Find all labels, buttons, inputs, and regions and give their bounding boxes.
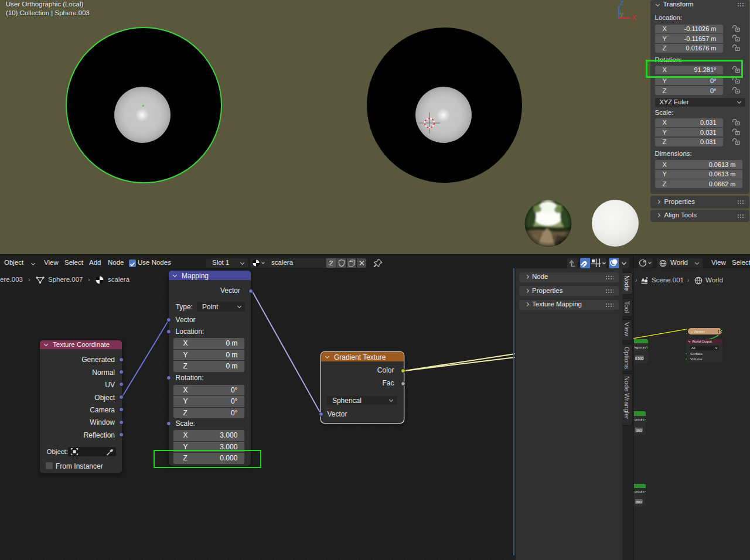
svg-text:X: X: [632, 14, 636, 21]
svg-text:y: y: [620, 11, 624, 18]
svg-text:Z: Z: [620, 0, 624, 6]
